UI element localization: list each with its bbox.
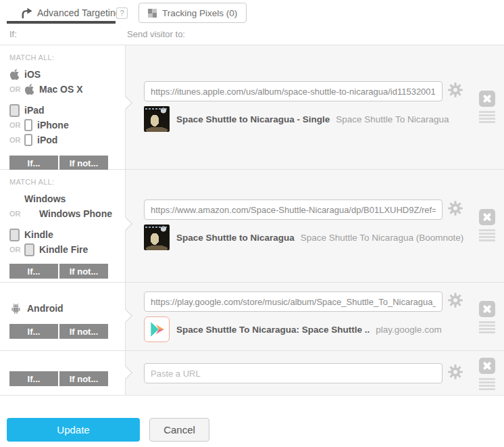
condition-buttons: If... If not... [9,156,108,170]
form-actions: Update Cancel [0,396,504,447]
condition-macosx: OR Mac OS X [9,82,125,97]
gear-icon[interactable] [447,82,463,101]
delete-x-icon[interactable] [479,209,495,225]
rule-destination: Space Shuttle to Nicaragua Space Shuttle… [126,170,504,282]
phone-icon [24,134,32,146]
row-controls [479,358,495,392]
apple-icon [24,83,34,95]
delete-x-icon[interactable] [479,301,495,317]
condition-android: Android [9,301,125,316]
rule-row-default: If... If not... [0,351,504,396]
link-preview-subtitle: Space Shuttle To Nicaragua [336,114,449,124]
row-controls [479,301,495,335]
condition-buttons: If... If not... [9,324,108,339]
tab-advanced-targeting[interactable]: Advanced Targeting [20,6,121,19]
tab-tracking-pixels-label: Tracking Pixels (0) [162,8,237,18]
rule-row-ios: MATCH ALL: iOS OR Mac OS X iPad [0,45,504,170]
tablet-icon [9,229,20,241]
destination-url-input[interactable] [144,291,443,312]
condition-iphone: OR iPhone [9,118,125,133]
link-preview: Space Shuttle To Nicaragua: Space Shuttl… [144,316,504,342]
help-icon[interactable]: ? [116,7,128,19]
condition-group-os: iOS OR Mac OS X [9,67,125,97]
rule-conditions: If... If not... [0,351,126,395]
row-controls [479,91,495,124]
drag-handle-icon[interactable] [479,229,495,241]
rule-conditions: MATCH ALL: Windows OR Windows Phone [0,170,126,282]
if-button[interactable]: If... [9,324,58,339]
apple-icon [9,68,20,80]
if-not-button[interactable]: If not... [59,264,108,279]
condition-buttons: If... If not... [9,264,108,279]
condition-group-os: Android [9,301,125,316]
gear-icon[interactable] [447,292,463,311]
album-art-thumbnail [144,225,170,250]
if-button[interactable]: If... [9,371,58,386]
condition-ipod: OR iPod [9,133,125,147]
row-controls [479,209,495,243]
condition-kindle: Kindle [9,227,125,242]
tab-advanced-targeting-label: Advanced Targeting [37,7,121,18]
destination-url-input[interactable] [144,199,443,220]
match-all-label: MATCH ALL: [9,178,125,187]
condition-group-os: Windows OR Windows Phone [9,191,125,221]
delete-x-icon[interactable] [479,358,495,374]
if-column-header: If: [9,29,17,39]
rule-row-android: Android If... If not... Space Shuttle To… [0,283,504,351]
windows-icon [24,209,34,219]
if-button[interactable]: If... [9,264,58,279]
redirect-arrow-icon [20,6,33,19]
link-preview-title: Space Shuttle To Nicaragua: Space Shuttl… [176,325,370,335]
tablet-icon [9,104,20,117]
rule-destination: Space Shuttle to Nicaragua - Single Spac… [126,45,504,169]
condition-windows-phone: OR Windows Phone [9,206,125,221]
condition-group-devices: iPad OR iPhone OR iPod [9,103,125,147]
tablet-icon [24,243,34,256]
link-preview-title: Space Shuttle to Nicaragua - Single [176,114,330,124]
condition-kindle-fire: OR Kindle Fire [9,242,125,257]
if-not-button[interactable]: If not... [59,371,108,386]
match-all-label: MATCH ALL: [9,53,125,62]
android-icon [9,302,22,315]
if-not-button[interactable]: If not... [59,324,108,339]
active-tab-underline [7,21,116,24]
rule-destination: Space Shuttle To Nicaragua: Space Shuttl… [126,283,504,350]
drag-handle-icon[interactable] [479,378,495,390]
column-headers: If: Send visitor to: [0,26,504,45]
advanced-targeting-panel: Advanced Targeting ? Tracking Pixels (0)… [0,0,504,447]
if-not-button[interactable]: If not... [59,156,108,170]
phone-icon [24,119,32,131]
rule-row-windows: MATCH ALL: Windows OR Windows Phone [0,170,504,283]
link-preview: Space Shuttle to Nicaragua - Single Spac… [144,106,504,132]
rule-conditions: MATCH ALL: iOS OR Mac OS X iPad [0,45,126,169]
windows-icon [9,194,20,204]
cancel-button[interactable]: Cancel [149,418,209,442]
album-art-thumbnail [144,106,170,132]
condition-windows: Windows [9,191,125,206]
gear-icon[interactable] [447,364,463,383]
update-button[interactable]: Update [7,418,140,442]
tab-bar: Advanced Targeting ? Tracking Pixels (0) [0,0,504,26]
tab-tracking-pixels[interactable]: Tracking Pixels (0) [138,3,247,23]
destination-url-input[interactable] [144,363,443,383]
condition-ios: iOS [9,67,125,82]
drag-handle-icon[interactable] [479,321,495,333]
link-preview: Space Shuttle to Nicaragua Space Shuttle… [144,225,504,250]
google-play-icon [144,316,170,342]
rules-list: MATCH ALL: iOS OR Mac OS X iPad [0,45,504,396]
delete-x-icon[interactable] [479,91,495,107]
rule-destination [126,351,504,395]
pixels-grid-icon [148,9,157,18]
link-preview-subtitle: Space Shuttle To Nicaragua (Boomnote) [301,233,463,243]
destination-url-input[interactable] [144,81,443,101]
drag-handle-icon[interactable] [479,111,495,123]
condition-group-devices: Kindle OR Kindle Fire [9,227,125,257]
send-visitor-column-header: Send visitor to: [127,29,185,39]
gear-icon[interactable] [447,200,463,219]
condition-ipad: iPad [9,103,125,118]
rule-conditions: Android If... If not... [0,283,126,350]
link-preview-subtitle: play.google.com [376,325,441,335]
if-button[interactable]: If... [9,156,58,170]
condition-buttons: If... If not... [9,371,108,386]
link-preview-title: Space Shuttle to Nicaragua [176,233,295,243]
